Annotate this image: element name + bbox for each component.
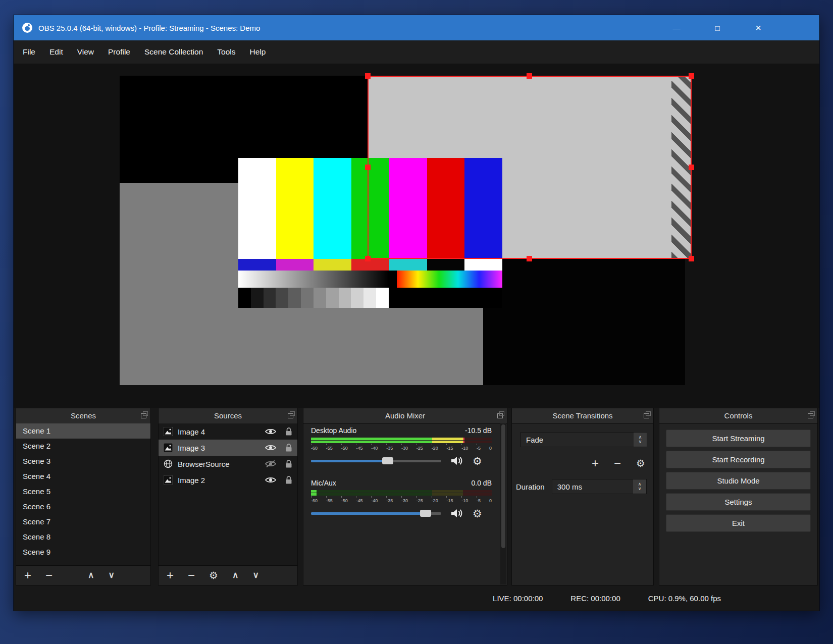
visibility-eye-icon[interactable] [265,476,276,484]
mixer-scrollbar[interactable] [500,423,506,584]
obs-logo-icon [22,23,32,33]
add-source-button[interactable]: + [167,569,174,581]
channel-gear-icon[interactable]: ⚙ [473,456,482,466]
scene-canvas[interactable] [120,76,685,385]
lock-icon[interactable] [285,427,292,436]
slider-handle[interactable] [382,457,393,464]
menu-item-view[interactable]: View [70,40,101,64]
transition-select[interactable]: Fade ∧ ∨ [520,432,647,447]
source-move-down-button[interactable]: ∨ [252,571,258,579]
visibility-eye-slash-icon[interactable] [265,460,276,467]
menu-item-edit[interactable]: Edit [42,40,70,64]
selection-handle-middle-right[interactable] [689,165,694,170]
source-move-up-button[interactable]: ∧ [232,571,238,579]
lock-icon[interactable] [285,444,292,452]
source-row-image-3[interactable]: Image 3 [159,440,297,456]
source-name: Image 3 [178,444,265,452]
menu-item-tools[interactable]: Tools [210,40,242,64]
visibility-eye-icon[interactable] [265,444,276,451]
selection-handle-bottom-right[interactable] [689,256,694,261]
sources-panel-header[interactable]: Sources [159,408,297,424]
controls-panel-header[interactable]: Controls [659,408,817,424]
dock-float-icon[interactable] [644,413,649,418]
dock-float-icon[interactable] [808,413,813,418]
scene-move-up-button[interactable]: ∧ [88,571,94,579]
source-row-image-4[interactable]: Image 4 [159,423,297,440]
lock-icon[interactable] [285,476,292,485]
mixer-channel-mic-aux: Mic/Aux 0.0 dB -60-55-50-45-40-35-30-25-… [311,479,492,519]
speaker-icon[interactable] [450,508,463,519]
minimize-button[interactable]: — [660,15,693,40]
selection-handle-top-right[interactable] [689,73,694,79]
selection-handle-top-middle[interactable] [527,73,532,79]
window-controls: — □ × [660,15,775,40]
slider-handle[interactable] [420,510,431,517]
combo-arrows-icon[interactable]: ∧ ∨ [634,433,647,447]
dock-float-icon[interactable] [497,413,503,418]
scene-item-scene-3[interactable]: Scene 3 [16,454,150,469]
scene-item-scene-4[interactable]: Scene 4 [16,469,150,484]
sources-panel: Sources Image 4 Image 3 [158,408,298,585]
scene-item-scene-9[interactable]: Scene 9 [16,545,150,560]
menu-item-help[interactable]: Help [242,40,273,64]
remove-source-button[interactable]: − [188,569,195,581]
control-button-start-streaming[interactable]: Start Streaming [666,430,811,447]
add-transition-button[interactable]: + [592,457,599,469]
spinbox-arrows-icon[interactable]: ∧ ∨ [633,479,646,494]
maximize-button[interactable]: □ [701,15,734,40]
remove-scene-button[interactable]: − [45,569,53,581]
selection-handle-bottom-middle[interactable] [527,256,532,261]
control-button-studio-mode[interactable]: Studio Mode [666,472,811,490]
scenes-panel-title: Scenes [71,411,96,420]
control-button-start-recording[interactable]: Start Recording [666,451,811,468]
tick-20: -20 [432,498,438,503]
scene-item-scene-8[interactable]: Scene 8 [16,529,150,545]
bar-cyan [314,158,351,259]
cpu-fps-status: CPU: 0.9%, 60.00 fps [648,594,721,603]
remove-transition-button[interactable]: − [614,457,621,469]
scene-item-scene-2[interactable]: Scene 2 [16,439,150,454]
channel-gear-icon[interactable]: ⚙ [473,508,482,519]
menu-item-file[interactable]: File [16,40,42,64]
image-source-icon [164,443,173,452]
source-row-browsersource[interactable]: BrowserSource [159,456,297,472]
selection-handle-top-left[interactable] [365,73,371,79]
speaker-icon[interactable] [450,455,463,466]
scenes-list[interactable]: Scene 1Scene 2Scene 3Scene 4Scene 5Scene… [16,423,150,566]
audio-mixer-header[interactable]: Audio Mixer [303,408,507,424]
scrollbar-thumb[interactable] [501,424,505,548]
titlebar[interactable]: OBS 25.0.4 (64-bit, windows) - Profile: … [14,15,819,40]
scenes-panel-header[interactable]: Scenes [16,408,150,424]
control-button-settings[interactable]: Settings [666,493,811,511]
control-button-exit[interactable]: Exit [666,514,811,532]
channel-db-value: 0.0 dB [472,479,492,487]
scene-item-scene-6[interactable]: Scene 6 [16,499,150,514]
scene-move-down-button[interactable]: ∨ [108,571,114,579]
source-row-image-2[interactable]: Image 2 [159,472,297,488]
selection-handle-bottom-left[interactable] [365,256,371,261]
source-name: BrowserSource [178,460,265,468]
scene-item-scene-1[interactable]: Scene 1 [16,423,150,439]
dock-float-icon[interactable] [141,413,146,418]
slider-fill [311,460,388,462]
scene-item-scene-7[interactable]: Scene 7 [16,514,150,529]
tick-45: -45 [356,498,362,503]
menu-item-scene-collection[interactable]: Scene Collection [137,40,210,64]
add-scene-button[interactable]: + [24,569,31,581]
sources-list[interactable]: Image 4 Image 3 [159,423,297,566]
dock-float-icon[interactable] [288,413,293,418]
duration-spinbox[interactable]: 300 ms ∧ ∨ [552,479,647,494]
close-button[interactable]: × [742,15,775,40]
menu-item-profile[interactable]: Profile [101,40,137,64]
selection-handle-middle-left[interactable] [365,165,371,170]
transition-properties-gear-icon[interactable]: ⚙ [636,458,645,468]
scene-item-scene-5[interactable]: Scene 5 [16,484,150,499]
visibility-eye-icon[interactable] [265,428,276,435]
volume-slider[interactable] [311,507,441,519]
transitions-panel-header[interactable]: Scene Transitions [512,408,653,424]
selection-outline[interactable] [368,76,692,259]
preview-area[interactable] [14,64,819,408]
source-properties-gear-icon[interactable]: ⚙ [209,570,218,580]
lock-icon[interactable] [285,460,292,468]
volume-slider[interactable] [311,455,441,467]
